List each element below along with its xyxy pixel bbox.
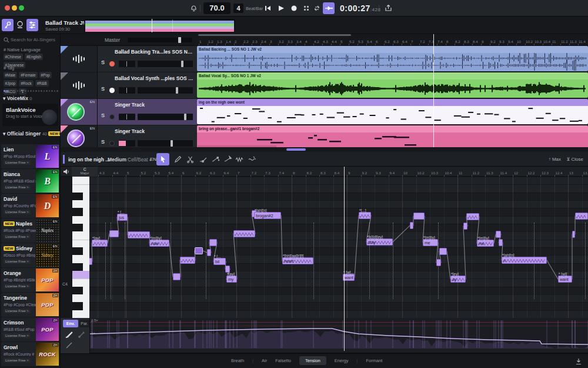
arrange-timeline-ruler[interactable]: 11.21.31.422.22.32.433.23.33.444.24.34.4…	[197, 37, 588, 46]
track-header[interactable]: Ballad Backing Tra...les SOS NO 1 JW v2S	[97, 46, 197, 72]
speaker-icon[interactable]	[63, 168, 70, 175]
track-icon-cell[interactable]	[61, 46, 97, 72]
clip[interactable]: Ballad Backing ... SOS NO 1 JW v2	[197, 46, 588, 71]
editor-timeline-ruler[interactable]: 4.34.455.25.35.466.26.36.477.27.37.488.2…	[98, 167, 588, 177]
param-tab-breath[interactable]: Breath	[231, 358, 244, 363]
volume-slider[interactable]	[138, 114, 193, 120]
solo-button[interactable]: S	[101, 86, 105, 92]
note[interactable]	[109, 230, 119, 237]
record-arm-button[interactable]	[109, 141, 115, 146]
solo-button[interactable]: S	[101, 59, 105, 65]
note[interactable]: want* [w][	[558, 276, 572, 283]
note[interactable]: n*[ah][n]	[502, 257, 547, 264]
singer-card[interactable]: Lien#Pop #Kpop #Soul #License Free >LEN	[1, 144, 59, 168]
draw-tool-icon[interactable]	[174, 155, 182, 163]
singer-card[interactable]: Tangerine#Pop #Cpop #CleaLicense Free >P…	[1, 293, 59, 317]
time-signature-display[interactable]: 4	[233, 4, 243, 13]
language-tag-chip[interactable]: #Chinese	[4, 54, 23, 60]
note[interactable]	[173, 273, 181, 280]
close-window-button[interactable]	[5, 5, 10, 11]
volume-slider[interactable]	[138, 61, 193, 67]
ai-singers-panel-button[interactable]	[2, 19, 14, 31]
record-arm-button[interactable]	[109, 61, 115, 67]
blank-voice-card[interactable]: BlankVoice Drag to start a VoiceMix	[2, 104, 58, 126]
license-free-button[interactable]: License Free >	[4, 259, 31, 264]
note[interactable]	[463, 223, 467, 230]
grid-mode-selector[interactable]: Cell/Beat ▾	[128, 157, 151, 163]
scissors-tool-icon[interactable]	[186, 155, 194, 163]
skip-back-icon[interactable]	[265, 5, 272, 12]
zoom-window-button[interactable]	[19, 5, 24, 11]
license-free-button[interactable]: License Free >	[4, 185, 31, 190]
piano-keyboard[interactable]	[72, 177, 89, 318]
pan-control[interactable]	[119, 61, 135, 67]
record-arm-button[interactable]	[109, 88, 115, 93]
official-singer-section-header[interactable]: ▾ Official Singer 40 NEW 8	[3, 131, 61, 137]
track-icon-cell[interactable]: EN	[61, 99, 97, 125]
record-icon[interactable]	[290, 5, 298, 12]
tempo-display[interactable]: 70.0	[203, 2, 230, 14]
tag-chip[interactable]: #Pop	[39, 72, 52, 78]
pitch-draw-tool-icon[interactable]	[224, 155, 232, 163]
license-free-button[interactable]: License Free >	[4, 160, 31, 165]
arrange-scrollbar-thumb[interactable]	[198, 34, 351, 36]
record-arm-button[interactable]	[109, 114, 115, 120]
note[interactable]: bil* [...	[213, 258, 226, 265]
editor-hscrollbar[interactable]	[61, 147, 588, 152]
note[interactable]	[128, 231, 150, 238]
track-header[interactable]: Ballad Vocal Synth ...ples SOS NO 1 JW v…	[97, 72, 197, 98]
key-signature-selector[interactable]: C Major	[72, 167, 98, 177]
follow-playhead-button[interactable]	[323, 2, 335, 14]
param-anchor-tool-icon[interactable]	[78, 331, 85, 339]
tag-chip[interactable]: #Jpop	[4, 80, 18, 87]
note[interactable]: my*[ay]	[226, 276, 237, 283]
note[interactable]	[89, 258, 92, 265]
parameter-curve-area[interactable]: 2.5× 1× 0.3×	[90, 318, 588, 353]
singer-card[interactable]: Bianca#Pop #R&B #Soul #License Free >BEN	[1, 169, 59, 193]
note[interactable]	[466, 213, 479, 220]
license-free-button[interactable]: License Free >	[4, 309, 31, 313]
singer-card[interactable]: NEWNaples#Rock #Pop #PoweLicense Free >N…	[1, 218, 59, 243]
language-tag-chip[interactable]: #English	[25, 54, 43, 60]
license-free-button[interactable]: License Free >	[4, 210, 31, 214]
pan-control[interactable]	[119, 114, 135, 120]
master-volume-slider[interactable]	[128, 38, 192, 42]
arrange-playhead[interactable]	[433, 34, 434, 147]
pan-control[interactable]	[119, 87, 135, 94]
solo-button[interactable]: S	[101, 139, 105, 145]
volume-slider[interactable]	[138, 87, 193, 94]
singer-card[interactable]: Crimson#R&B #Soul #PopLicense Free >POPZ…	[1, 317, 59, 342]
volume-handle[interactable]	[181, 61, 183, 67]
note[interactable]	[410, 222, 413, 229]
master-volume-handle[interactable]	[178, 37, 181, 43]
param-line-tool-icon[interactable]	[65, 342, 73, 349]
volume-slider[interactable]	[138, 140, 193, 147]
envelope-tab[interactable]: Env.	[63, 320, 78, 327]
play-icon[interactable]	[278, 5, 285, 12]
note[interactable]	[207, 249, 211, 256]
solo-button[interactable]: S	[101, 112, 105, 118]
vibrato-tool-icon[interactable]	[235, 155, 244, 163]
note[interactable]	[180, 257, 195, 264]
voice-panel-button[interactable]	[15, 20, 25, 29]
editor-playhead[interactable]	[344, 167, 345, 351]
pitch-anchor-tool-icon[interactable]	[212, 155, 220, 163]
note[interactable]: ay*[ey]	[450, 276, 466, 283]
select-tool-button[interactable]	[156, 153, 169, 165]
param-tab-air[interactable]: Air	[262, 358, 267, 363]
singer-search-input[interactable]: Search for AI-Singers	[0, 35, 61, 45]
singer-avatar[interactable]	[67, 130, 85, 147]
tag-pager-dots[interactable]	[4, 90, 59, 92]
close-editor-button[interactable]: ⊻ Close	[566, 157, 583, 162]
clip[interactable]: Ballad Vocal Sy... SOS NO 1 JW v2	[197, 72, 588, 98]
smooth-tool-icon[interactable]	[248, 155, 256, 163]
param-tab-energy[interactable]: Energy	[335, 358, 349, 363]
export-icon[interactable]	[385, 4, 392, 12]
tag-chip[interactable]: #Female	[19, 72, 37, 78]
pitch-line-tool-icon[interactable]	[199, 155, 208, 163]
collapse-panel-icon[interactable]	[575, 358, 582, 365]
param-draw-tool-icon[interactable]	[65, 331, 73, 339]
arrangement-minimap[interactable]	[84, 19, 235, 32]
license-free-button[interactable]: License Free >	[4, 333, 31, 338]
note[interactable]: brogan#2*[ah][n]	[254, 212, 281, 219]
